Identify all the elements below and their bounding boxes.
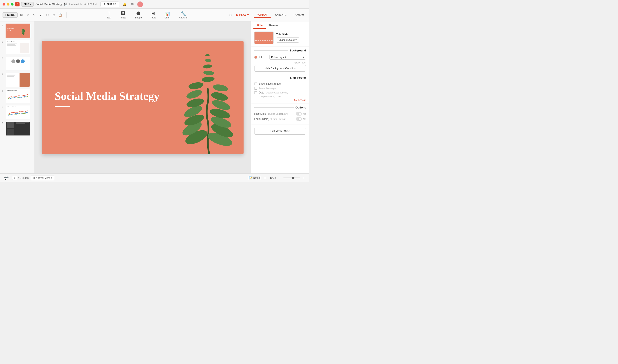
notes-button[interactable]: 📝 Notes bbox=[249, 176, 260, 180]
footer-apply-all[interactable]: Apply To All bbox=[254, 99, 306, 101]
zoom-slider[interactable] bbox=[283, 178, 301, 178]
slide-thumb-6[interactable]: 6 Performance by Platform bbox=[2, 105, 32, 120]
slide-thumbnail-4[interactable] bbox=[6, 72, 30, 87]
maximize-button[interactable] bbox=[11, 3, 14, 6]
table-tool[interactable]: ⊞ Table bbox=[148, 10, 158, 20]
text-tool[interactable]: T Text bbox=[105, 10, 113, 20]
right-panel: Slide Themes Title Slide Change Layout ▾ bbox=[251, 21, 309, 173]
slide-thumb-3[interactable]: 3 Meet the Team bbox=[2, 56, 32, 71]
paste-button[interactable]: 📋 bbox=[57, 13, 63, 18]
slide-thumb-5[interactable]: 5 Performance by Platform bbox=[2, 89, 32, 103]
shape-icon: ⬟ bbox=[136, 11, 140, 16]
fill-color-dot[interactable] bbox=[254, 56, 257, 59]
play-dropdown-icon: ▾ bbox=[247, 13, 249, 16]
addons-tool[interactable]: 🔧 AddOns bbox=[177, 10, 190, 20]
settings-button[interactable]: ⚙ bbox=[228, 13, 233, 18]
shape-tool[interactable]: ⬟ Shape bbox=[133, 10, 144, 20]
hide-slide-toggle[interactable]: No bbox=[296, 112, 306, 116]
apply-all-button[interactable]: Apply To All bbox=[254, 61, 306, 64]
slide-thumbnail-2[interactable]: Company Overview bbox=[6, 40, 30, 54]
avatar[interactable] bbox=[137, 1, 143, 7]
file-menu-button[interactable]: FILE ▾ bbox=[21, 2, 34, 7]
chat-button[interactable]: 💬 bbox=[3, 175, 10, 181]
lock-slide-toggle[interactable]: No bbox=[296, 117, 306, 121]
app-icon: P bbox=[15, 2, 20, 6]
canvas-area: Social Media Strategy bbox=[34, 21, 251, 173]
layout-section: Title Slide Change Layout ▾ bbox=[251, 29, 309, 47]
add-slide-button[interactable]: + SLIDE bbox=[2, 13, 18, 18]
date-checkbox[interactable] bbox=[254, 91, 257, 94]
animate-tab[interactable]: ANIMATE bbox=[272, 13, 289, 18]
view-mode-button[interactable]: ⊞ Normal View ▾ bbox=[31, 176, 54, 180]
grid-view-button[interactable]: ⊞ bbox=[19, 13, 24, 18]
addons-icon: 🔧 bbox=[180, 11, 186, 16]
slide-thumbnail-6[interactable]: Performance by Platform bbox=[6, 105, 30, 120]
toolbar: + SLIDE ⊞ ↩ ↪ 🖌 ✂ ⎘ 📋 T Text 🖼 Image ⬟ S… bbox=[0, 9, 309, 21]
toolbar-tools: T Text 🖼 Image ⬟ Shape ⊞ Table 📊 Chart 🔧… bbox=[67, 10, 228, 20]
minimize-button[interactable] bbox=[7, 3, 9, 6]
slide-thumb-2[interactable]: 2 Company Overview bbox=[2, 40, 32, 54]
fill-select[interactable]: Follow Layout ▾ bbox=[269, 55, 306, 60]
slide-thumbnail-5[interactable]: Performance by Platform bbox=[6, 89, 30, 103]
dropdown-icon: ▾ bbox=[295, 39, 297, 41]
zoom-in-button[interactable]: + bbox=[302, 175, 306, 181]
close-button[interactable] bbox=[2, 3, 5, 6]
hide-background-button[interactable]: Hide Background Graphics bbox=[254, 65, 306, 72]
title-bar-right: Last modified at 12:38 PM ⬆ SHARE 🔔 ✉ bbox=[69, 1, 143, 7]
footer-message-label: Footer Message bbox=[259, 87, 306, 90]
undo-button[interactable]: ↩ bbox=[25, 13, 30, 18]
cut-button[interactable]: ✂ bbox=[45, 13, 50, 18]
date-value: September 4, 2020 bbox=[259, 95, 282, 98]
table-icon: ⊞ bbox=[151, 11, 155, 16]
copy-button[interactable]: ⎘ bbox=[52, 13, 56, 18]
slide-thumbnail-3[interactable]: Meet the Team bbox=[6, 56, 30, 71]
slide-thumb-1[interactable]: 1 Social MediaStrategy bbox=[2, 24, 32, 38]
share-button[interactable]: ⬆ SHARE bbox=[100, 1, 119, 7]
thumb-plant-svg bbox=[19, 24, 30, 38]
lock-slide-label-group: Lock Slide(s) ( From Editing ) bbox=[254, 117, 286, 120]
svg-point-22 bbox=[205, 59, 212, 62]
slide-thumb-4[interactable]: 4 bbox=[2, 72, 32, 87]
chart-tool[interactable]: 📊 Chart bbox=[163, 10, 173, 20]
grid-button[interactable]: ⊞ bbox=[262, 175, 268, 181]
svg-point-10 bbox=[185, 88, 203, 100]
layout-title: Title Slide bbox=[276, 33, 299, 36]
date-row: Date Update Automatically bbox=[254, 91, 306, 94]
slide-canvas[interactable]: Social Media Strategy bbox=[42, 41, 244, 154]
review-tab[interactable]: REVIEW bbox=[291, 13, 307, 18]
main-layout: 1 Social MediaStrategy 2 bbox=[0, 21, 309, 173]
hide-slide-label-group: Hide Slide ( During Slideshow ) bbox=[254, 112, 288, 115]
zoom-out-button[interactable]: − bbox=[278, 175, 282, 181]
themes-tab[interactable]: Themes bbox=[266, 23, 281, 29]
notifications-button[interactable]: 🔔 bbox=[122, 2, 128, 7]
toolbar-right: ⚙ ▶ PLAY ▾ | FORMAT ANIMATE REVIEW bbox=[228, 12, 307, 18]
edit-master-button[interactable]: Edit Master Slide bbox=[254, 128, 306, 135]
last-modified: Last modified at 12:38 PM bbox=[69, 3, 96, 6]
lock-slide-row: Lock Slide(s) ( From Editing ) No bbox=[254, 117, 306, 121]
chart-svg-6 bbox=[7, 108, 29, 117]
slide-panel: 1 Social MediaStrategy 2 bbox=[0, 21, 34, 173]
slide-tab[interactable]: Slide bbox=[253, 23, 266, 29]
fill-row: Fill Follow Layout ▾ bbox=[254, 55, 306, 60]
slide-thumbnail-7[interactable] bbox=[6, 121, 30, 136]
email-button[interactable]: ✉ bbox=[130, 2, 135, 7]
background-section: Fill Follow Layout ▾ Apply To All Hide B… bbox=[251, 53, 309, 74]
redo-button[interactable]: ↪ bbox=[32, 13, 37, 18]
change-layout-button[interactable]: Change Layout ▾ bbox=[276, 37, 299, 43]
image-tool[interactable]: 🖼 Image bbox=[118, 10, 129, 20]
fill-dropdown-icon: ▾ bbox=[303, 56, 304, 59]
svg-point-18 bbox=[212, 83, 229, 92]
slide-divider bbox=[55, 106, 70, 107]
slide-thumbnail-1[interactable]: Social MediaStrategy bbox=[6, 24, 30, 38]
total-slides: / 1 Slides bbox=[18, 176, 28, 180]
paint-button[interactable]: 🖌 bbox=[38, 13, 44, 18]
image-icon: 🖼 bbox=[121, 11, 125, 16]
show-slide-number-checkbox[interactable] bbox=[254, 82, 257, 85]
footer-message-checkbox[interactable] bbox=[254, 87, 257, 90]
share-icon: ⬆ bbox=[104, 3, 106, 6]
page-number-input[interactable] bbox=[12, 176, 17, 180]
view-icon: ⊞ bbox=[33, 176, 35, 180]
format-tab[interactable]: FORMAT bbox=[254, 12, 270, 18]
slide-thumb-7[interactable]: 7 bbox=[2, 121, 32, 136]
play-button[interactable]: ▶ PLAY ▾ bbox=[234, 12, 250, 18]
